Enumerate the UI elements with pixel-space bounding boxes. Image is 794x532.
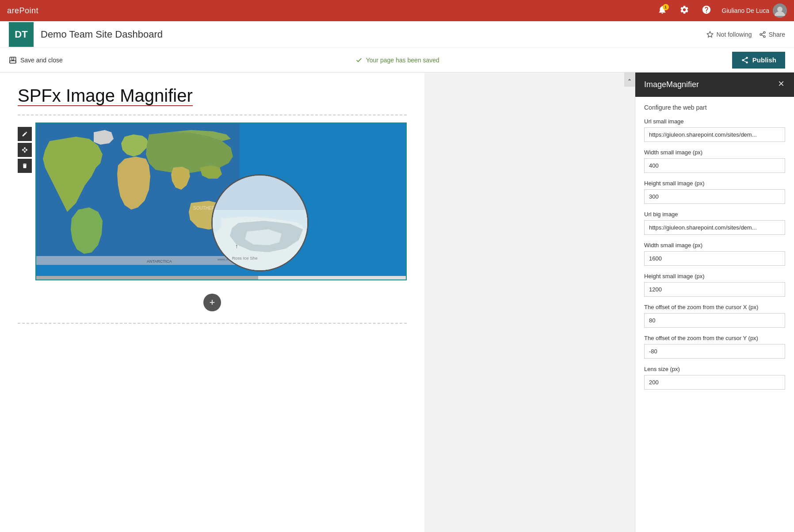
horizontal-scroll[interactable] bbox=[36, 276, 406, 279]
web-part-wrapper: SOUTHERN OCEA ANTARCTICA www.A7W bbox=[35, 122, 407, 280]
height-small-group: Height small image (px) bbox=[644, 180, 785, 204]
offset-x-label: The offset of the zoom from the cursor X… bbox=[644, 304, 785, 310]
cursor-hint: ↑ bbox=[235, 243, 238, 249]
panel-close-button[interactable] bbox=[777, 80, 785, 90]
saved-status: Your page has been saved bbox=[355, 57, 439, 64]
height-big-label: Height small image (px) bbox=[644, 273, 785, 279]
section-divider bbox=[18, 115, 407, 115]
lens-size-input[interactable] bbox=[644, 375, 785, 390]
offset-y-input[interactable] bbox=[644, 344, 785, 359]
settings-icon[interactable] bbox=[675, 2, 694, 19]
main-layout: SPFx Image Magnifier bbox=[0, 73, 794, 532]
svg-point-4 bbox=[760, 34, 762, 35]
height-big-input[interactable] bbox=[644, 282, 785, 297]
svg-point-5 bbox=[763, 35, 765, 37]
svg-marker-2 bbox=[707, 31, 713, 37]
svg-text:Ross Ice She: Ross Ice She bbox=[232, 256, 258, 260]
url-big-input[interactable] bbox=[644, 220, 785, 235]
width-big-input[interactable] bbox=[644, 251, 785, 266]
page-title: SPFx Image Magnifier bbox=[18, 86, 193, 106]
nav-left: arePoint bbox=[7, 6, 38, 15]
user-name: Giuliano De Luca bbox=[722, 7, 769, 14]
offset-x-input[interactable] bbox=[644, 313, 785, 328]
height-small-input[interactable] bbox=[644, 189, 785, 204]
page-title-section: SPFx Image Magnifier bbox=[18, 86, 407, 106]
offset-y-group: The offset of the zoom from the cursor Y… bbox=[644, 335, 785, 359]
nav-right: 1 Giuliano De Luca bbox=[653, 2, 787, 19]
height-small-label: Height small image (px) bbox=[644, 180, 785, 187]
svg-line-6 bbox=[761, 35, 763, 36]
move-webpart-button[interactable] bbox=[18, 143, 32, 157]
svg-point-1 bbox=[777, 7, 783, 12]
add-section-button[interactable]: + bbox=[203, 294, 221, 311]
svg-text:ANTARCTICA: ANTARCTICA bbox=[147, 259, 172, 264]
edit-toolbar: Save and close Your page has been saved … bbox=[0, 48, 794, 73]
not-following-button[interactable]: Not following bbox=[706, 31, 752, 38]
bottom-divider bbox=[18, 323, 407, 324]
right-panel: ImageMagnifier Configure the web part Ur… bbox=[635, 73, 794, 532]
delete-webpart-button[interactable] bbox=[18, 159, 32, 173]
offset-y-label: The offset of the zoom from the cursor Y… bbox=[644, 335, 785, 341]
url-small-group: Url small image bbox=[644, 118, 785, 142]
save-close-button[interactable]: Save and close bbox=[9, 56, 63, 64]
url-small-input[interactable] bbox=[644, 127, 785, 142]
height-big-group: Height small image (px) bbox=[644, 273, 785, 297]
scroll-up-button[interactable] bbox=[624, 73, 635, 87]
top-navigation: arePoint 1 Giuliano De Luca bbox=[0, 0, 794, 21]
width-big-label: Width small image (px) bbox=[644, 242, 785, 249]
notifications-icon[interactable]: 1 bbox=[653, 2, 672, 19]
page-inner: SPFx Image Magnifier bbox=[0, 73, 424, 532]
magnified-view: Ross Ice She bbox=[213, 174, 307, 272]
share-button[interactable]: Share bbox=[759, 31, 785, 38]
page-content: SPFx Image Magnifier bbox=[0, 73, 635, 532]
url-big-label: Url big image bbox=[644, 211, 785, 218]
panel-title: ImageMagnifier bbox=[644, 80, 699, 89]
panel-body: Configure the web part Url small image W… bbox=[635, 97, 794, 404]
map-svg: SOUTHERN OCEA ANTARCTICA www.A7W bbox=[36, 123, 240, 265]
lens-size-label: Lens size (px) bbox=[644, 366, 785, 372]
notification-badge: 1 bbox=[663, 4, 669, 10]
url-small-label: Url small image bbox=[644, 118, 785, 125]
url-big-group: Url big image bbox=[644, 211, 785, 235]
width-small-label: Width small image (px) bbox=[644, 149, 785, 156]
site-icon: DT bbox=[9, 22, 34, 47]
svg-line-7 bbox=[761, 33, 763, 34]
svg-point-3 bbox=[763, 31, 765, 33]
panel-subtitle: Configure the web part bbox=[644, 104, 785, 111]
help-icon[interactable] bbox=[697, 2, 716, 19]
web-part-container: SOUTHERN OCEA ANTARCTICA www.A7W bbox=[35, 122, 407, 280]
add-section-container: + bbox=[18, 289, 407, 316]
site-header: DT Demo Team Site Dashboard Not followin… bbox=[0, 21, 794, 48]
edit-webpart-button[interactable] bbox=[18, 127, 32, 141]
width-small-input[interactable] bbox=[644, 158, 785, 173]
width-small-group: Width small image (px) bbox=[644, 149, 785, 173]
world-map[interactable]: SOUTHERN OCEA ANTARCTICA www.A7W bbox=[36, 123, 406, 276]
lens-size-group: Lens size (px) bbox=[644, 366, 785, 390]
web-part-toolbar bbox=[18, 127, 32, 173]
panel-header: ImageMagnifier bbox=[635, 73, 794, 97]
user-avatar[interactable] bbox=[773, 4, 787, 18]
site-title: Demo Team Site Dashboard bbox=[41, 29, 163, 40]
magnifier-lens: Ross Ice She bbox=[211, 174, 309, 272]
width-big-group: Width small image (px) bbox=[644, 242, 785, 266]
offset-x-group: The offset of the zoom from the cursor X… bbox=[644, 304, 785, 328]
site-actions: Not following Share bbox=[706, 31, 785, 38]
brand-name: arePoint bbox=[7, 6, 38, 15]
publish-button[interactable]: Publish bbox=[732, 52, 785, 69]
site-info: DT Demo Team Site Dashboard bbox=[9, 22, 163, 47]
